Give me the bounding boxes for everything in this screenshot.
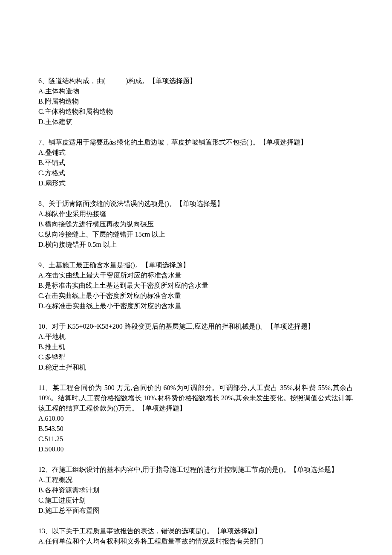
question-stem: 7、铺草皮适用于需要迅速绿化的土质边坡，草皮护坡铺置形式不包括( )。【单项选择… [38, 137, 354, 147]
document-page: 6、隧道结构构成，由( )构成。【单项选择题】 A.主体构造物 B.附属构造物 … [0, 0, 392, 555]
question-block: 9、土基施工最正确含水量是指()。【单项选择题】 A.在击实曲线上最大干密度所对… [38, 260, 354, 311]
question-option: B.横向接缝先进行横压再改为纵向碾压 [38, 219, 354, 229]
question-option: B.平铺式 [38, 158, 354, 168]
question-option: A.梯队作业采用热接缝 [38, 209, 354, 219]
question-block: 6、隧道结构构成，由( )构成。【单项选择题】 A.主体构造物 B.附属构造物 … [38, 76, 354, 127]
question-option: A.叠铺式 [38, 147, 354, 158]
question-option: A.主体构造物 [38, 86, 354, 96]
question-stem: 9、土基施工最正确含水量是指()。【单项选择题】 [38, 260, 354, 270]
question-option: B.543.50 [38, 424, 354, 434]
question-stem: 10、对于 K55+020~K58+200 路段变更后的基层施工,应选用的拌和机… [38, 321, 354, 332]
question-block: 12、在施工组织设计的基本内容中,用于指导施工过程的进行并控制施工节点的是()。… [38, 465, 354, 516]
question-option: C.施工进度计划 [38, 495, 354, 506]
question-block: 7、铺草皮适用于需要迅速绿化的土质边坡，草皮护坡铺置形式不包括( )。【单项选择… [38, 137, 354, 188]
question-option: B.是标准击实曲线上土基达到最大干密度所对应的含水量 [38, 280, 354, 291]
question-option: C.多铧犁 [38, 352, 354, 362]
question-option: C.在击实曲线上最小干密度所对应的标准含水量 [38, 291, 354, 301]
question-option: C.方格式 [38, 168, 354, 178]
question-option: D.扇形式 [38, 178, 354, 188]
question-option: B.附属构造物 [38, 96, 354, 107]
question-option: B.各种资源需求计划 [38, 485, 354, 495]
question-option: A.工程概况 [38, 475, 354, 485]
question-option: A.在击实曲线上最大干密度所对应的标准含水量 [38, 270, 354, 280]
question-option: D.500.00 [38, 444, 354, 454]
question-block: 10、对于 K55+020~K58+200 路段变更后的基层施工,应选用的拌和机… [38, 321, 354, 373]
question-option: A.任何单位和个人均有权利和义务将工程质量事故的情况及时报告有关部门 [38, 536, 354, 546]
question-stem: 6、隧道结构构成，由( )构成。【单项选择题】 [38, 76, 354, 86]
question-option: C.纵向冷接缝上、下层的缝错开 15cm 以上 [38, 229, 354, 240]
question-stem: 12、在施工组织设计的基本内容中,用于指导施工过程的进行并控制施工节点的是()。… [38, 465, 354, 475]
question-option: D.施工总平面布置图 [38, 506, 354, 516]
question-option: D.横向接缝错开 0.5m 以上 [38, 240, 354, 250]
question-option: B.推土机 [38, 342, 354, 352]
question-option: C.主体构造物和属构造物 [38, 107, 354, 117]
question-block: 13、以下关于工程质量事故报告的表达，错误的选项是()。【单项选择题】 A.任何… [38, 526, 354, 546]
question-option: D.在标准击实曲线上最小干密度所对应的含水量 [38, 301, 354, 311]
question-option: D.稳定土拌和机 [38, 362, 354, 373]
question-option: C.511.25 [38, 434, 354, 444]
question-option: D.主体建筑 [38, 117, 354, 127]
question-stem: 11、某工程合同价为 500 万元,合同价的 60%为可调部分。可调部分,人工费… [38, 383, 354, 413]
question-stem: 13、以下关于工程质量事故报告的表达，错误的选项是()。【单项选择题】 [38, 526, 354, 536]
question-block: 11、某工程合同价为 500 万元,合同价的 60%为可调部分。可调部分,人工费… [38, 383, 354, 454]
question-block: 8、关于沥青路面接缝的说法错误的选项是()。【单项选择题】 A.梯队作业采用热接… [38, 199, 354, 250]
question-option: A.610.00 [38, 413, 354, 424]
question-option: A.平地机 [38, 332, 354, 342]
question-stem: 8、关于沥青路面接缝的说法错误的选项是()。【单项选择题】 [38, 199, 354, 209]
